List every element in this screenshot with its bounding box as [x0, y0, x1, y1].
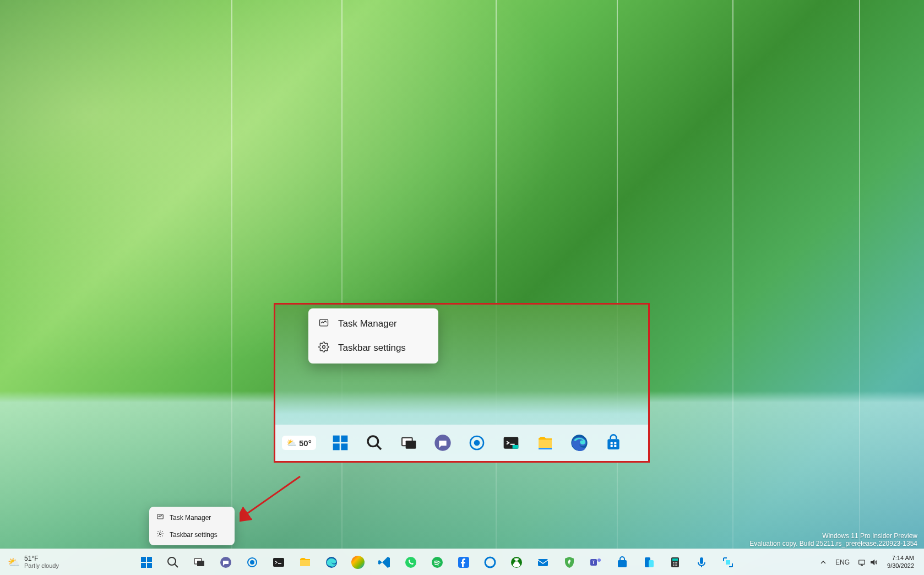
- svg-rect-3: [341, 436, 347, 442]
- context-menu-task-manager[interactable]: Task Manager: [151, 509, 232, 526]
- chat-button[interactable]: [215, 551, 237, 573]
- copilot-button[interactable]: [347, 551, 369, 573]
- context-menu-label: Taskbar settings: [170, 531, 218, 539]
- explorer-button[interactable]: [294, 551, 316, 573]
- task-manager-icon: [156, 513, 164, 522]
- security-button[interactable]: [558, 551, 580, 573]
- inset-weather-widget[interactable]: ⛅ 50°: [282, 436, 316, 450]
- svg-rect-58: [700, 557, 703, 564]
- desktop-wallpaper[interactable]: [0, 0, 924, 575]
- xbox-button[interactable]: [506, 551, 528, 573]
- svg-rect-59: [726, 560, 730, 565]
- watermark-line1: Windows 11 Pro Insider Preview: [749, 532, 917, 540]
- search-button[interactable]: [162, 551, 184, 573]
- watermark-line2: Evaluation copy. Build 25211.rs_prerelea…: [749, 540, 917, 547]
- tray-overflow-button[interactable]: [816, 551, 831, 573]
- svg-rect-49: [649, 560, 654, 567]
- mail-button[interactable]: [532, 551, 554, 573]
- inset-settings-button[interactable]: [467, 433, 487, 453]
- context-menu-taskbar-settings[interactable]: Taskbar settings: [151, 526, 232, 543]
- svg-point-24: [159, 533, 161, 535]
- svg-rect-13: [512, 445, 518, 449]
- svg-point-46: [597, 558, 601, 562]
- svg-rect-18: [610, 442, 612, 444]
- inset-terminal-button[interactable]: [501, 433, 521, 453]
- svg-rect-31: [197, 561, 204, 566]
- voice-recorder-button[interactable]: [691, 551, 713, 573]
- svg-point-55: [673, 565, 674, 566]
- task-manager-icon: [318, 317, 329, 330]
- svg-point-10: [475, 441, 479, 445]
- inset-edge-button[interactable]: [569, 433, 589, 453]
- svg-rect-8: [405, 441, 416, 449]
- task-view-button[interactable]: [188, 551, 210, 573]
- svg-rect-21: [614, 445, 616, 447]
- svg-point-34: [251, 561, 254, 564]
- svg-point-41: [485, 557, 495, 567]
- time-text: 7:14 AM: [892, 555, 914, 562]
- phone-link-button[interactable]: [638, 551, 660, 573]
- start-button[interactable]: [135, 551, 157, 573]
- date-text: 9/30/2022: [887, 562, 914, 569]
- terminal-button[interactable]: [268, 551, 290, 573]
- svg-rect-20: [610, 445, 612, 447]
- svg-rect-35: [273, 558, 284, 567]
- whatsapp-button[interactable]: [400, 551, 422, 573]
- teams-button[interactable]: T: [585, 551, 607, 573]
- annotation-arrow: [240, 474, 306, 523]
- gear-icon: [156, 530, 164, 539]
- svg-point-54: [676, 562, 677, 563]
- snipping-tool-button[interactable]: [717, 551, 739, 573]
- inset-search-button[interactable]: [365, 433, 384, 453]
- taskbar[interactable]: ⛅ 51°F Partly cloudy T ENG: [0, 549, 924, 575]
- svg-point-29: [168, 557, 176, 565]
- svg-point-52: [673, 562, 674, 563]
- svg-rect-28: [147, 563, 152, 568]
- edge-button[interactable]: [320, 551, 343, 573]
- inset-menu-taskbar-settings[interactable]: Taskbar settings: [312, 336, 435, 360]
- svg-point-53: [675, 562, 676, 563]
- lang-text: ENG: [835, 558, 850, 566]
- network-volume-button[interactable]: [854, 551, 882, 573]
- svg-rect-17: [607, 439, 619, 449]
- svg-point-56: [675, 565, 676, 566]
- svg-point-39: [432, 557, 443, 568]
- svg-rect-2: [333, 436, 339, 442]
- svg-point-57: [676, 565, 677, 566]
- svg-rect-27: [141, 563, 146, 568]
- weather-widget[interactable]: ⛅ 51°F Partly cloudy: [8, 555, 59, 569]
- vscode-button[interactable]: [373, 551, 395, 573]
- taskbar-center: T: [135, 551, 739, 573]
- svg-rect-26: [147, 557, 152, 562]
- context-menu-label: Task Manager: [170, 514, 211, 522]
- clock-button[interactable]: 7:14 AM 9/30/2022: [883, 551, 918, 573]
- inset-task-view-button[interactable]: [399, 433, 418, 453]
- network-icon: [857, 558, 866, 567]
- inset-menu-label: Task Manager: [338, 318, 397, 329]
- svg-point-6: [368, 436, 378, 447]
- inset-start-button[interactable]: [330, 433, 350, 453]
- weather-icon: ⛅: [286, 438, 297, 448]
- svg-rect-36: [300, 560, 310, 566]
- store-button[interactable]: [611, 551, 633, 573]
- settings-button[interactable]: [241, 551, 263, 573]
- inset-menu-task-manager[interactable]: Task Manager: [312, 312, 435, 336]
- facebook-button[interactable]: [453, 551, 475, 573]
- inset-chat-button[interactable]: [433, 433, 453, 453]
- cortana-button[interactable]: [479, 551, 501, 573]
- spotify-button[interactable]: [426, 551, 448, 573]
- inset-store-button[interactable]: [604, 433, 623, 453]
- svg-rect-43: [538, 559, 548, 566]
- calculator-button[interactable]: [664, 551, 686, 573]
- weather-temp: 51°F: [24, 555, 59, 562]
- windows-watermark: Windows 11 Pro Insider Preview Evaluatio…: [749, 532, 917, 547]
- inset-explorer-button[interactable]: [535, 433, 555, 453]
- gear-icon: [318, 341, 329, 355]
- svg-rect-5: [341, 443, 347, 450]
- language-indicator[interactable]: ENG: [832, 551, 853, 573]
- svg-rect-25: [141, 557, 146, 562]
- system-tray: ENG 7:14 AM 9/30/2022: [816, 551, 924, 573]
- svg-rect-51: [672, 558, 678, 561]
- svg-line-22: [245, 476, 300, 515]
- taskbar-context-menu: Task Manager Taskbar settings: [149, 507, 235, 545]
